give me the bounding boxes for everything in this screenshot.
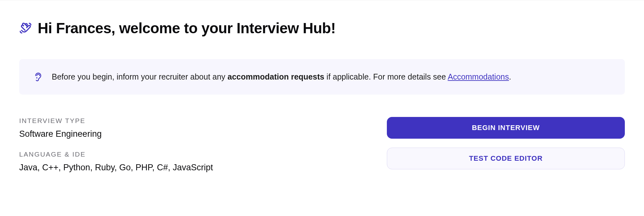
action-buttons: BEGIN INTERVIEW TEST CODE EDITOR <box>387 117 625 169</box>
details-row: INTERVIEW TYPE Software Engineering LANG… <box>19 117 625 173</box>
interview-type-value: Software Engineering <box>19 129 374 139</box>
begin-interview-button[interactable]: BEGIN INTERVIEW <box>387 117 625 139</box>
language-ide-label: LANGUAGE & IDE <box>19 150 374 158</box>
language-ide-value: Java, C++, Python, Ruby, Go, PHP, C#, Ja… <box>19 163 374 173</box>
interview-hub-panel: Hi Frances, welcome to your Interview Hu… <box>19 19 625 173</box>
svg-point-0 <box>36 77 37 78</box>
interview-type-label: INTERVIEW TYPE <box>19 117 374 125</box>
hearing-icon <box>33 72 43 82</box>
notice-text-before: Before you begin, inform your recruiter … <box>52 72 227 81</box>
test-code-editor-button[interactable]: TEST CODE EDITOR <box>387 148 625 169</box>
accommodations-notice: Before you begin, inform your recruiter … <box>19 59 625 95</box>
page-header: Hi Frances, welcome to your Interview Hu… <box>19 19 625 37</box>
accommodations-link[interactable]: Accommodations <box>448 72 509 81</box>
interview-details: INTERVIEW TYPE Software Engineering LANG… <box>19 117 374 173</box>
notice-text: Before you begin, inform your recruiter … <box>52 71 511 82</box>
notice-text-after: . <box>509 72 511 81</box>
page-title: Hi Frances, welcome to your Interview Hu… <box>38 19 335 37</box>
notice-text-bold: accommodation requests <box>227 72 324 81</box>
notice-text-mid: if applicable. For more details see <box>324 72 448 81</box>
wave-icon <box>19 22 32 35</box>
